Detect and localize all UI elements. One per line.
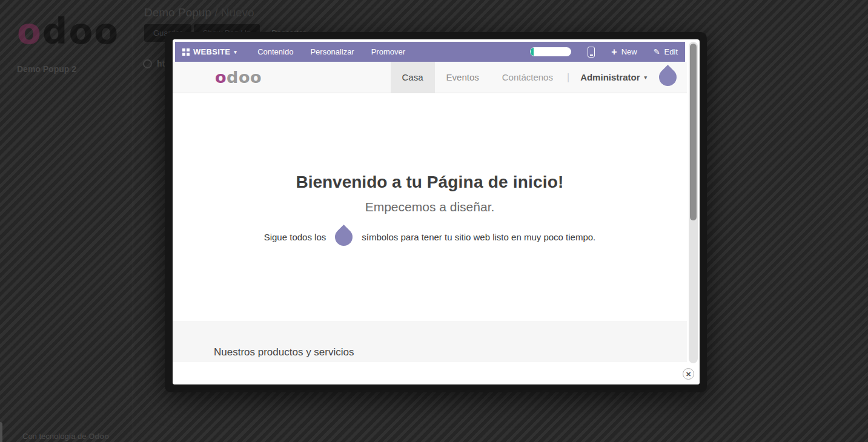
chevron-down-icon: ▾ xyxy=(644,74,647,81)
website-menu-label: WEBSITE xyxy=(193,47,230,56)
breadcrumb: Demo Popup / Nuevo xyxy=(144,6,254,19)
logo-letters: doo xyxy=(42,11,119,52)
user-menu-label: Administrator xyxy=(580,72,640,82)
hero-hint: Sigue todos los símbolos para tener tu s… xyxy=(173,228,687,246)
site-logo-letter: o xyxy=(215,68,227,87)
website-editor-toolbar: WEBSITE ▾ Contenido Personalizar Promove… xyxy=(175,42,685,62)
logo-letter: o xyxy=(17,11,42,52)
site-nav-links: Casa Eventos Contáctenos | Administrator… xyxy=(391,62,677,93)
hint-text-before: Sigue todos los xyxy=(264,232,326,242)
edit-button-label: Edit xyxy=(664,47,678,56)
new-button-label: New xyxy=(621,47,637,56)
nav-separator: | xyxy=(565,72,572,83)
pencil-icon: ✎ xyxy=(654,48,660,56)
loading-progress-bar xyxy=(531,48,534,56)
toolbar-menu-items: Contenido Personalizar Promover xyxy=(251,47,416,56)
menu-item-content[interactable]: Contenido xyxy=(251,47,299,56)
tour-drop-icon xyxy=(331,225,356,249)
powered-by-text: Con tecnología de xyxy=(22,432,88,441)
products-section: Nuestros productos y servicios xyxy=(173,321,687,362)
products-section-title: Nuestros productos y servicios xyxy=(214,346,687,358)
apps-grid-icon xyxy=(182,48,190,56)
mobile-preview-icon[interactable] xyxy=(588,47,595,58)
edit-button[interactable]: ✎ Edit xyxy=(654,47,678,56)
nav-tab-contact[interactable]: Contáctenos xyxy=(491,62,565,93)
toolbar-right-group: + New ✎ Edit xyxy=(530,47,678,58)
website-preview-dialog: WEBSITE ▾ Contenido Personalizar Promove… xyxy=(165,32,707,392)
hint-text-after: símbolos para tener tu sitio web listo e… xyxy=(362,232,595,242)
powered-by-footer: Con tecnología de Odoo xyxy=(22,432,109,441)
powered-by-brand[interactable]: Odoo xyxy=(88,432,109,441)
hero-title-lead: Bienvenido a tu xyxy=(296,173,426,191)
corner-panel-edge xyxy=(0,422,2,442)
hero-title-emph: Página de inicio! xyxy=(427,173,564,191)
tour-drop-icon[interactable] xyxy=(655,65,680,90)
url-input[interactable] xyxy=(530,47,571,56)
sidebar-divider xyxy=(133,0,133,442)
odoo-backend-logo: odoo xyxy=(17,11,119,52)
website-preview-frame: WEBSITE ▾ Contenido Personalizar Promove… xyxy=(173,39,700,384)
site-logo[interactable]: odoo xyxy=(215,68,262,87)
hero-subtitle: Empecemos a diseñar. xyxy=(173,200,687,214)
dialog-footer: ✕ xyxy=(173,363,700,384)
close-icon[interactable]: ✕ xyxy=(683,368,694,380)
chevron-down-icon: ▾ xyxy=(234,49,237,55)
hero-section: Bienvenido a tu Página de inicio! Empece… xyxy=(173,93,687,321)
new-page-button[interactable]: + New xyxy=(611,47,637,57)
breadcrumb-current: / Nuevo xyxy=(211,6,254,19)
website-content: WEBSITE ▾ Contenido Personalizar Promove… xyxy=(173,39,687,363)
website-menu-button[interactable]: WEBSITE ▾ xyxy=(182,47,237,56)
breadcrumb-link[interactable]: Demo Popup xyxy=(144,6,211,19)
menu-item-customize[interactable]: Personalizar xyxy=(304,47,360,56)
preview-scrollbar-thumb[interactable] xyxy=(690,44,697,220)
user-menu[interactable]: Administrator ▾ xyxy=(572,62,655,93)
record-name-label: Demo Popup 2 xyxy=(17,64,76,74)
site-logo-letters: doo xyxy=(227,68,262,87)
preview-scrollbar-track[interactable] xyxy=(689,42,698,363)
nav-tab-home[interactable]: Casa xyxy=(391,62,435,93)
site-navbar: odoo Casa Eventos Contáctenos | Administ… xyxy=(173,62,687,93)
nav-tab-events[interactable]: Eventos xyxy=(435,62,491,93)
plus-icon: + xyxy=(611,47,617,57)
radio-icon[interactable] xyxy=(143,59,152,68)
hero-title: Bienvenido a tu Página de inicio! xyxy=(173,173,687,192)
menu-item-promote[interactable]: Promover xyxy=(365,47,411,56)
